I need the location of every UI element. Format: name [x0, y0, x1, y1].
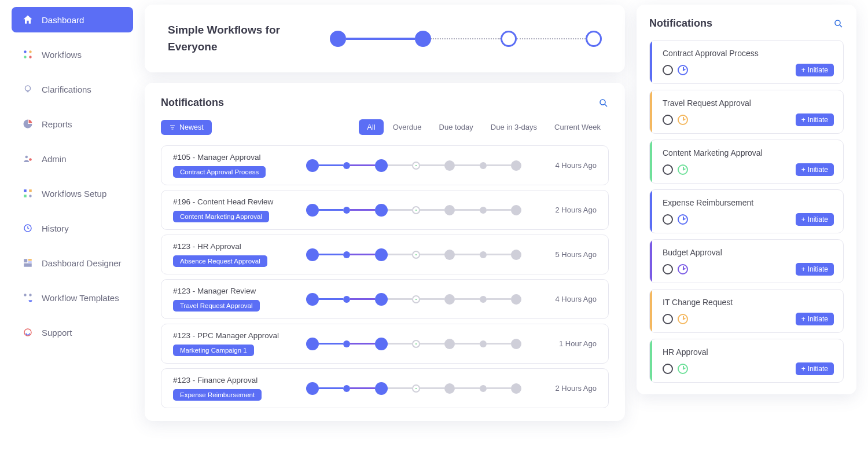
progress-seg [420, 387, 444, 389]
progress-dot [306, 204, 319, 217]
plus-icon: + [801, 116, 806, 124]
sidebar-item-workflow-templates[interactable]: Workflow Templates [12, 285, 133, 310]
workflow-card[interactable]: Budget Approval + Initiate [649, 239, 844, 283]
progress-dot [480, 162, 487, 169]
tab-all[interactable]: All [359, 119, 383, 135]
search-icon[interactable] [598, 98, 609, 108]
tab-due-3-days[interactable]: Due in 3-days [483, 119, 545, 135]
svg-rect-9 [24, 195, 27, 197]
initiate-button[interactable]: + Initiate [796, 263, 834, 276]
progress-dot [343, 340, 350, 347]
workflow-card[interactable]: Travel Request Approval + Initiate [649, 90, 844, 134]
workflow-card[interactable]: HR Approval + Initiate [649, 339, 844, 383]
clock-icon [678, 364, 688, 374]
task-row[interactable]: #123 - Manager Review Travel Request App… [161, 279, 609, 319]
progress-seg [319, 343, 343, 345]
task-row[interactable]: #105 - Manager Approval Contract Approva… [161, 145, 609, 185]
task-row[interactable]: #123 - HR Approval Absence Request Appro… [161, 235, 609, 274]
task-row[interactable]: #123 - Finance Approval Expense Reimburs… [161, 368, 609, 408]
plus-icon: + [801, 315, 806, 323]
progress-dot [444, 160, 455, 171]
progress-seg [388, 164, 412, 166]
workflow-card[interactable]: Contract Approval Process + Initiate [649, 40, 844, 84]
initiate-button[interactable]: + Initiate [796, 313, 834, 325]
history-icon [22, 222, 34, 234]
search-icon[interactable] [833, 19, 844, 29]
tab-due-today[interactable]: Due today [431, 119, 481, 135]
task-row[interactable]: #123 - PPC Manager Approval Marketing Ca… [161, 324, 609, 364]
progress-seg [487, 298, 511, 300]
workflow-title: Expense Reimbursement [659, 198, 834, 207]
accent-bar [650, 90, 652, 133]
circle-icon [663, 364, 673, 374]
task-row[interactable]: #196 - Content Head Review Content Marke… [161, 190, 609, 230]
task-time: 5 Hours Ago [533, 250, 597, 259]
task-time: 2 Hours Ago [533, 206, 597, 214]
progress-seg [487, 387, 511, 389]
initiate-button[interactable]: + Initiate [796, 113, 834, 126]
sort-newest-button[interactable]: Newest [161, 120, 212, 135]
hero-title: Simple Workflows for Everyone [168, 22, 295, 55]
workflow-card[interactable]: Expense Reimbursement + Initiate [649, 189, 844, 233]
workflow-card[interactable]: Content Marketing Approval + Initiate [649, 140, 844, 184]
sidebar-item-support[interactable]: Support [12, 320, 133, 345]
progress-seg [388, 254, 412, 255]
tab-current-week[interactable]: Current Week [546, 119, 609, 135]
progress-dot [343, 251, 350, 258]
right-column: Notifications Contract Approval Process … [637, 5, 856, 421]
svg-point-16 [24, 294, 27, 296]
progress-seg [487, 209, 511, 211]
initiate-button[interactable]: + Initiate [796, 163, 834, 176]
sort-icon [169, 124, 176, 131]
templates-icon [22, 292, 34, 303]
initiate-button[interactable]: + Initiate [796, 213, 834, 226]
designer-icon [22, 257, 34, 269]
sidebar-item-dashboard[interactable]: Dashboard [12, 7, 133, 32]
sidebar-item-workflows[interactable]: Workflows [12, 42, 133, 67]
progress-dot [511, 250, 521, 260]
svg-rect-15 [24, 263, 32, 267]
task-badge: Expense Reimbursement [173, 389, 262, 401]
tab-overdue[interactable]: Overdue [385, 119, 430, 135]
progress-dot [444, 339, 455, 349]
accent-bar [650, 41, 652, 83]
home-icon [22, 14, 34, 25]
hero-card: Simple Workflows for Everyone [145, 5, 625, 72]
progress-seg [487, 164, 511, 166]
workflow-card[interactable]: IT Change Request + Initiate [649, 289, 844, 333]
sidebar-item-label: Reports [42, 119, 72, 129]
task-title: #123 - Manager Review [173, 287, 295, 295]
progress-seg [455, 254, 479, 255]
workflow-list: Contract Approval Process + Initiate Tra… [649, 40, 844, 383]
progress-seg [319, 387, 343, 389]
progress-dot [511, 205, 521, 215]
task-title: #196 - Content Head Review [173, 197, 295, 206]
initiate-button[interactable]: + Initiate [796, 362, 834, 375]
progress-dot [511, 294, 521, 305]
progress-seg [350, 164, 374, 166]
sidebar-item-label: History [42, 223, 69, 233]
initiate-button[interactable]: + Initiate [796, 64, 834, 76]
sidebar-item-history[interactable]: History [12, 215, 133, 241]
task-list: #105 - Manager Approval Contract Approva… [161, 145, 609, 408]
progress-seg [350, 209, 374, 211]
clock-icon [678, 115, 688, 125]
sidebar-item-admin[interactable]: Admin [12, 146, 133, 171]
initiate-label: Initiate [808, 265, 828, 273]
progress-seg [319, 254, 343, 255]
progress-dot [375, 159, 388, 172]
right-panel-card: Notifications Contract Approval Process … [637, 5, 856, 394]
progress-dot [412, 384, 420, 393]
hero-step-2 [415, 31, 431, 47]
sidebar-item-clarifications[interactable]: Clarifications [12, 76, 133, 102]
sidebar-item-reports[interactable]: Reports [12, 111, 133, 137]
sidebar-item-dashboard-designer[interactable]: Dashboard Designer [12, 250, 133, 276]
progress-seg [487, 254, 511, 255]
workflows-icon [22, 49, 34, 60]
sidebar-item-workflows-setup[interactable]: Workflows Setup [12, 181, 133, 206]
circle-icon [663, 264, 673, 274]
workflow-title: Content Marketing Approval [659, 148, 834, 157]
progress-seg [455, 387, 479, 389]
clock-icon [678, 164, 688, 175]
progress-seg [455, 343, 479, 345]
